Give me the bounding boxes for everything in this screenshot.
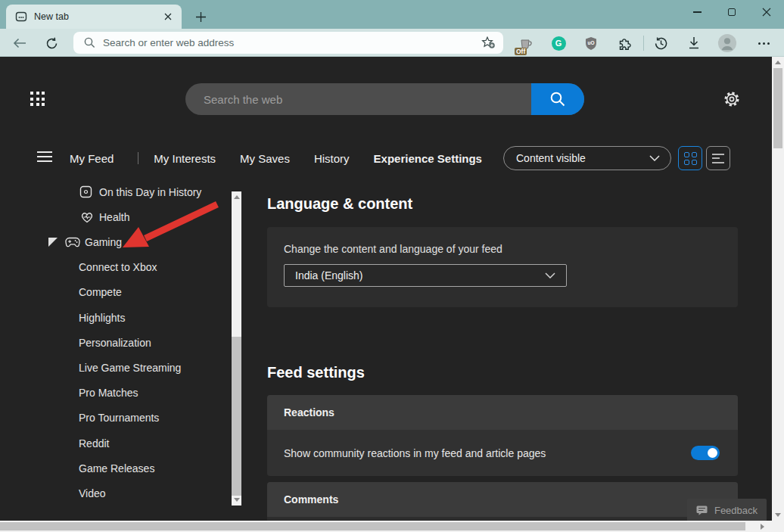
close-window-icon[interactable] [749, 0, 784, 24]
scroll-up-icon[interactable] [234, 195, 240, 199]
chevron-down-icon [649, 155, 660, 161]
nav-divider [138, 152, 138, 164]
feedback-button[interactable]: Feedback [687, 499, 767, 521]
favorites-star-icon[interactable] [481, 36, 496, 49]
sidebar-scrollbar[interactable] [232, 191, 241, 506]
sidebar-item-on-this-day[interactable]: On this Day in History [45, 185, 231, 204]
sidebar-scrollbar-thumb[interactable] [232, 337, 241, 496]
scroll-down-icon[interactable] [775, 513, 781, 517]
calendar-day-icon [79, 185, 92, 198]
close-tab-icon[interactable] [160, 9, 176, 24]
web-search-bar[interactable] [185, 83, 584, 115]
sidebar-item-video[interactable]: Video [45, 481, 231, 506]
sidebar-item-pro-tournaments[interactable]: Pro Tournaments [45, 405, 231, 430]
comments-card-header: Comments [267, 482, 738, 517]
grid-view-button[interactable] [678, 146, 702, 170]
language-card: Change the content and language of your … [267, 227, 738, 307]
svg-text:uO: uO [587, 40, 594, 45]
sidebar-item-pro-matches[interactable]: Pro Matches [45, 380, 231, 405]
content-filter-value: Content visible [516, 152, 649, 164]
scroll-right-icon[interactable] [761, 524, 764, 530]
sidebar-item-game-releases[interactable]: Game Releases [45, 456, 231, 481]
sidebar-item-reddit[interactable]: Reddit [45, 431, 231, 456]
health-heart-icon [80, 211, 94, 223]
page-vertical-scrollbar[interactable] [772, 57, 784, 521]
web-search-input[interactable] [185, 93, 531, 106]
window-controls [680, 0, 784, 24]
address-input[interactable] [103, 37, 481, 48]
sidebar-item-personalization[interactable]: Personalization [45, 330, 231, 355]
feedback-label: Feedback [714, 505, 758, 516]
page-horizontal-scrollbar[interactable] [0, 521, 784, 532]
content-filter-dropdown[interactable]: Content visible [503, 146, 671, 170]
nav-history[interactable]: History [314, 152, 350, 165]
sidebar-item-connect-to-xbox[interactable]: Connect to Xbox [45, 254, 231, 279]
minimize-icon[interactable] [680, 0, 714, 24]
web-search-button[interactable] [531, 83, 584, 115]
list-view-button[interactable] [706, 146, 730, 170]
reactions-toggle[interactable] [691, 446, 720, 460]
back-icon[interactable] [10, 33, 30, 53]
locale-dropdown-value: India (English) [295, 269, 545, 282]
sidebar-item-health[interactable]: Health [45, 204, 231, 229]
reactions-header-label: Reactions [284, 406, 334, 418]
comments-header-label: Comments [284, 493, 338, 506]
reactions-card-header: Reactions [267, 395, 738, 430]
sidebar-item-gaming[interactable]: Gaming [45, 229, 231, 254]
search-icon [549, 91, 566, 107]
tab-title: New tab [34, 11, 160, 22]
tab-bar: New tab [0, 0, 784, 29]
reactions-setting-label: Show community reactions in my feed and … [284, 447, 691, 459]
browser-tab[interactable]: New tab [6, 5, 182, 29]
extensions-puzzle-icon[interactable] [614, 33, 634, 53]
gaming-controller-icon [65, 237, 80, 247]
sidebar-item-highlights[interactable]: Highlights [45, 305, 231, 330]
comments-card: Comments [267, 482, 738, 521]
apps-waffle-icon[interactable] [30, 92, 45, 107]
toolbar-divider [643, 36, 644, 51]
nav-my-feed[interactable]: My Feed [70, 152, 114, 165]
language-description: Change the content and language of your … [284, 243, 502, 255]
scroll-down-icon[interactable] [234, 498, 240, 502]
horizontal-scrollbar-thumb[interactable] [0, 522, 745, 530]
nav-my-interests[interactable]: My Interests [154, 152, 216, 165]
nav-experience-settings[interactable]: Experience Settings [374, 152, 482, 165]
list-view-icon [712, 154, 724, 163]
refresh-icon[interactable] [42, 33, 61, 53]
reactions-setting-row: Show community reactions in my feed and … [267, 430, 738, 476]
vertical-scrollbar-thumb[interactable] [773, 68, 782, 148]
new-tab-button[interactable] [191, 7, 210, 26]
browser-toolbar: Off G uO [0, 29, 784, 57]
coffee-cup-extension-icon[interactable]: Off [516, 33, 536, 53]
grid-view-icon [684, 152, 697, 165]
sidebar-item-live-game-streaming[interactable]: Live Game Streaming [45, 355, 231, 380]
feed-navigation: My Feed My Interests My Saves History Ex… [70, 146, 506, 170]
maximize-icon[interactable] [714, 0, 749, 24]
sidebar-item-compete[interactable]: Compete [45, 279, 231, 304]
reactions-card: Reactions Show community reactions in my… [267, 395, 738, 476]
new-tab-favicon-icon [15, 11, 27, 23]
language-content-heading: Language & content [267, 195, 412, 213]
address-bar[interactable] [73, 32, 503, 54]
settings-sidebar: On this Day in History Health Gaming [45, 185, 231, 506]
scroll-up-icon[interactable] [775, 61, 781, 64]
grammarly-extension-icon[interactable]: G [549, 33, 568, 53]
downloads-icon[interactable] [684, 33, 704, 53]
address-search-icon [84, 37, 95, 48]
shield-extension-icon[interactable]: uO [581, 33, 601, 53]
feedback-bubble-icon [696, 506, 708, 515]
new-tab-page: My Feed My Interests My Saves History Ex… [0, 57, 772, 521]
chevron-down-icon [545, 272, 555, 278]
browser-window: New tab [0, 0, 784, 532]
feed-menu-hamburger-icon[interactable] [37, 151, 52, 162]
feed-settings-heading: Feed settings [267, 364, 365, 381]
expand-triangle-icon[interactable] [48, 237, 58, 247]
extension-off-badge: Off [515, 48, 527, 55]
page-settings-gear-icon[interactable] [720, 88, 743, 110]
history-icon[interactable] [651, 33, 670, 53]
profile-avatar[interactable] [717, 33, 737, 53]
locale-dropdown[interactable]: India (English) [284, 264, 567, 287]
nav-my-saves[interactable]: My Saves [240, 152, 290, 165]
menu-dots-icon[interactable] [754, 33, 773, 53]
